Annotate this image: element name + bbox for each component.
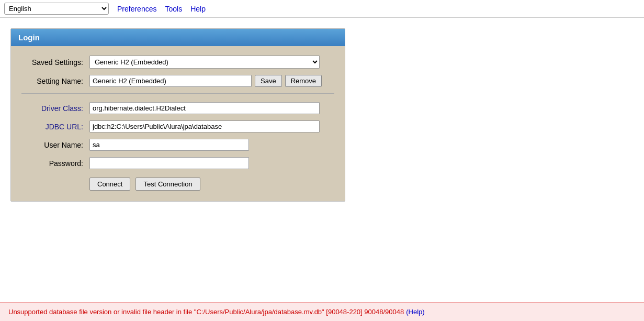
- language-select[interactable]: English French German Spanish Japanese C…: [4, 3, 109, 15]
- driver-class-row: Driver Class:: [21, 102, 334, 114]
- jdbc-url-row: JDBC URL:: [21, 120, 334, 132]
- login-body: Saved Settings: Generic H2 (Embedded) Ge…: [11, 46, 345, 201]
- saved-settings-row: Saved Settings: Generic H2 (Embedded) Ge…: [21, 56, 334, 69]
- setting-name-row: Setting Name: Save Remove: [21, 75, 334, 87]
- driver-class-input[interactable]: [89, 102, 320, 114]
- driver-class-label: Driver Class:: [21, 104, 89, 113]
- action-buttons: Connect Test Connection: [21, 178, 334, 191]
- saved-settings-label: Saved Settings:: [21, 58, 89, 67]
- save-button[interactable]: Save: [255, 75, 282, 87]
- tools-menu-item[interactable]: Tools: [165, 5, 182, 13]
- user-name-row: User Name:: [21, 139, 334, 151]
- login-title: Login: [18, 33, 40, 42]
- user-name-input[interactable]: [89, 139, 249, 151]
- top-bar: English French German Spanish Japanese C…: [0, 0, 644, 18]
- setting-name-input[interactable]: [89, 75, 252, 87]
- login-panel: Login Saved Settings: Generic H2 (Embedd…: [10, 28, 345, 202]
- help-menu-item[interactable]: Help: [190, 5, 206, 13]
- jdbc-url-input[interactable]: [89, 120, 320, 132]
- jdbc-url-label: JDBC URL:: [21, 123, 89, 131]
- saved-settings-select[interactable]: Generic H2 (Embedded) Generic H2 (Server…: [89, 56, 320, 69]
- main-content: Login Saved Settings: Generic H2 (Embedd…: [0, 18, 644, 212]
- password-row: Password:: [21, 157, 334, 169]
- divider: [21, 93, 334, 94]
- user-name-label: User Name:: [21, 141, 89, 149]
- remove-button[interactable]: Remove: [285, 75, 322, 87]
- preferences-menu-item[interactable]: Preferences: [117, 5, 156, 13]
- test-connection-button[interactable]: Test Connection: [135, 178, 200, 191]
- connect-button[interactable]: Connect: [89, 178, 130, 191]
- setting-name-label: Setting Name:: [21, 77, 89, 85]
- password-label: Password:: [21, 159, 89, 168]
- password-input[interactable]: [89, 157, 249, 169]
- login-header: Login: [11, 29, 345, 46]
